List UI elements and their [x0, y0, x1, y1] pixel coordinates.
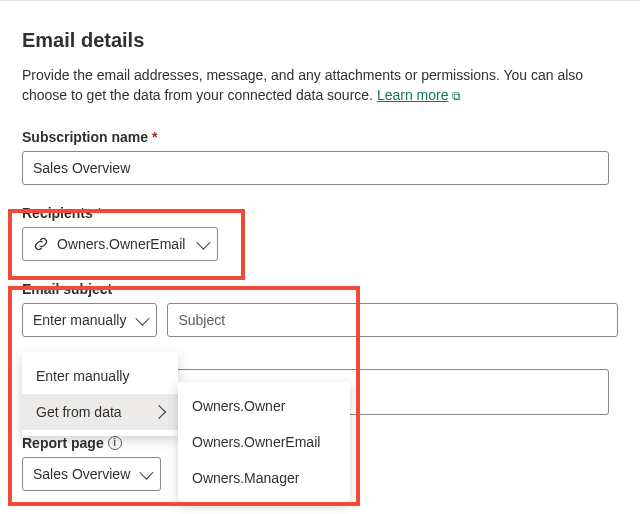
subject-data-submenu: Owners.Owner Owners.OwnerEmail Owners.Ma…: [178, 382, 350, 502]
menu-item-label: Owners.Owner: [192, 398, 285, 414]
label-text: Email subject: [22, 281, 112, 297]
menu-item-enter-manually[interactable]: Enter manually: [22, 358, 178, 394]
subject-mode-menu: Enter manually Get from data: [22, 352, 178, 436]
recipients-chip[interactable]: Owners.OwnerEmail: [22, 227, 218, 261]
subject-mode-value: Enter manually: [33, 312, 126, 328]
subscription-name-input[interactable]: [22, 151, 609, 185]
intro-body: Provide the email addresses, message, an…: [22, 67, 583, 103]
chevron-right-icon: [152, 405, 166, 419]
external-link-icon: ⧉: [452, 89, 461, 103]
page-title: Email details: [22, 29, 618, 52]
email-subject-label: Email subject: [22, 281, 618, 297]
required-asterisk: *: [97, 205, 102, 221]
chevron-down-icon: [140, 466, 154, 480]
recipients-chip-label: Owners.OwnerEmail: [57, 236, 185, 252]
submenu-item-owner[interactable]: Owners.Owner: [178, 388, 350, 424]
report-page-dropdown[interactable]: Sales Overview: [22, 457, 161, 491]
menu-item-label: Enter manually: [36, 368, 129, 384]
required-asterisk: *: [152, 129, 157, 145]
recipients-section: Recipients * Owners.OwnerEmail: [22, 205, 618, 261]
chevron-down-icon: [136, 312, 150, 326]
menu-item-get-from-data[interactable]: Get from data: [22, 394, 178, 430]
label-text: Recipients: [22, 205, 93, 221]
label-text: Report page: [22, 435, 104, 451]
subject-mode-dropdown[interactable]: Enter manually: [22, 303, 157, 337]
report-page-value: Sales Overview: [33, 466, 130, 482]
submenu-item-manager[interactable]: Owners.Manager: [178, 460, 350, 496]
link-icon: [33, 236, 49, 252]
email-subject-section: Email subject Enter manually: [22, 281, 618, 337]
menu-item-label: Owners.OwnerEmail: [192, 434, 320, 450]
label-text: Subscription name: [22, 129, 148, 145]
menu-item-label: Get from data: [36, 404, 122, 420]
submenu-item-owneremail[interactable]: Owners.OwnerEmail: [178, 424, 350, 460]
recipients-label: Recipients *: [22, 205, 618, 221]
chevron-down-icon: [197, 236, 211, 250]
subscription-name-section: Subscription name *: [22, 129, 618, 185]
learn-more-link[interactable]: Learn more: [377, 87, 449, 103]
subject-input[interactable]: [167, 303, 618, 337]
subscription-name-label: Subscription name *: [22, 129, 618, 145]
intro-text: Provide the email addresses, message, an…: [22, 66, 618, 105]
info-icon[interactable]: i: [108, 436, 122, 450]
menu-item-label: Owners.Manager: [192, 470, 299, 486]
